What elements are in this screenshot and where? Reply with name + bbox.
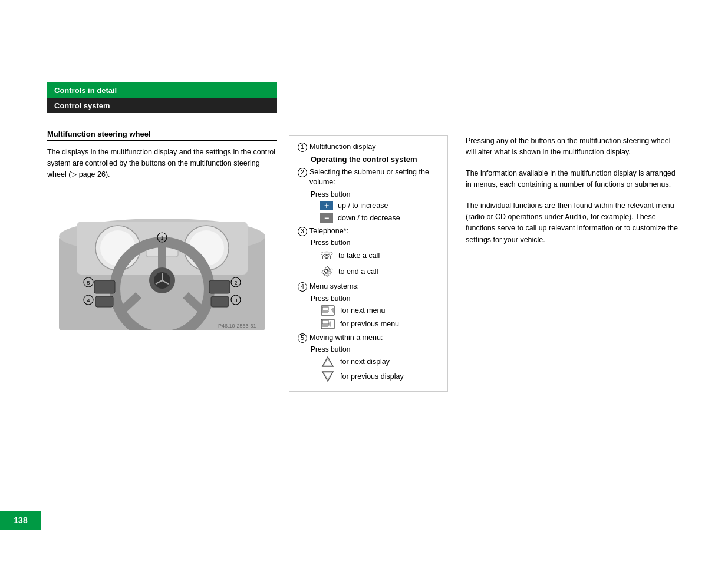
end-call-icon: ☏ bbox=[318, 262, 337, 281]
item1-sublabel: Operating the control system bbox=[298, 155, 439, 164]
take-call-icon: ☏ bbox=[320, 249, 334, 262]
circle-4: 4 bbox=[298, 282, 307, 292]
body-text-content: The displays in the multifunction displa… bbox=[47, 148, 275, 178]
next-menu-icon bbox=[320, 305, 335, 316]
item2-down-text: down / to decrease bbox=[338, 214, 400, 222]
item4-label-text: Menu systems: bbox=[309, 282, 359, 290]
svg-rect-20 bbox=[211, 296, 229, 307]
svg-text:5: 5 bbox=[87, 280, 90, 286]
item4-prev-row: for previous menu bbox=[298, 319, 439, 329]
item2-down-row: − down / to decrease bbox=[298, 213, 439, 223]
steering-wheel-svg: 1 2 3 4 5 P46.10-2553-31 bbox=[59, 189, 265, 330]
circle-5: 5 bbox=[298, 333, 307, 343]
svg-marker-44 bbox=[322, 372, 333, 381]
svg-text:P46.10-2553-31: P46.10-2553-31 bbox=[218, 323, 256, 329]
prev-display-icon bbox=[320, 371, 335, 382]
item1-sublabel-text: Operating the control system bbox=[311, 155, 417, 164]
item2-press-text: Press button bbox=[311, 190, 350, 199]
item2-up-text: up / to increase bbox=[338, 201, 388, 210]
item3-press: Press button bbox=[298, 239, 439, 247]
svg-marker-36 bbox=[331, 308, 334, 313]
header-black-label: Control system bbox=[54, 101, 110, 110]
item-4-row: 4 Menu systems: bbox=[298, 282, 439, 292]
page-number: 138 bbox=[0, 511, 41, 530]
body-text: The displays in the multifunction displa… bbox=[47, 147, 277, 180]
svg-rect-33 bbox=[322, 307, 328, 310]
item2-press: Press button bbox=[298, 190, 439, 199]
item5-press: Press button bbox=[298, 345, 439, 353]
right-para3-code: Audio bbox=[565, 213, 587, 222]
svg-text:1: 1 bbox=[160, 235, 163, 241]
item3-end-text: to end a call bbox=[338, 267, 378, 276]
section-title: Multifunction steering wheel bbox=[47, 130, 277, 141]
right-para-3: The individual functions are then found … bbox=[466, 200, 678, 246]
middle-box: 1 Multifunction display Operating the co… bbox=[289, 135, 448, 392]
item2-label-text: Selecting the submenu or setting the vol… bbox=[309, 168, 429, 187]
controls-in-detail-bar: Controls in detail bbox=[47, 82, 277, 98]
item-2-row: 2 Selecting the submenu or setting the v… bbox=[298, 167, 439, 188]
minus-icon: − bbox=[320, 213, 333, 223]
section-title-text: Multifunction steering wheel bbox=[47, 130, 151, 138]
middle-content: 1 Multifunction display Operating the co… bbox=[289, 135, 448, 392]
item2-label: Selecting the submenu or setting the vol… bbox=[309, 167, 439, 188]
circle-3: 3 bbox=[298, 227, 307, 236]
item-5-row: 5 Moving within a menu: bbox=[298, 333, 439, 343]
svg-rect-38 bbox=[322, 320, 328, 324]
item3-end-row: ☏ to end a call bbox=[298, 265, 439, 278]
svg-marker-42 bbox=[322, 357, 333, 366]
svg-rect-18 bbox=[95, 296, 113, 307]
item5-prev-text: for previous display bbox=[340, 372, 404, 381]
item3-label: Telephone*: bbox=[309, 226, 348, 237]
svg-text:3: 3 bbox=[234, 297, 237, 303]
item4-label: Menu systems: bbox=[309, 282, 359, 292]
item5-label: Moving within a menu: bbox=[309, 333, 383, 343]
right-para1-text: Pressing any of the buttons on the multi… bbox=[466, 137, 670, 156]
item-1-row: 1 Multifunction display bbox=[298, 142, 439, 153]
svg-rect-17 bbox=[94, 280, 115, 293]
next-display-icon bbox=[320, 356, 335, 368]
steering-wheel-image: 1 2 3 4 5 P46.10-2553-31 bbox=[59, 189, 265, 330]
item3-press-text: Press button bbox=[311, 239, 350, 247]
item5-press-text: Press button bbox=[311, 345, 350, 353]
item3-label-text: Telephone*: bbox=[309, 227, 348, 235]
item4-next-row: for next menu bbox=[298, 305, 439, 316]
right-para-1: Pressing any of the buttons on the multi… bbox=[466, 135, 678, 158]
item2-up-row: + up / to increase bbox=[298, 201, 439, 210]
plus-icon: + bbox=[320, 201, 333, 210]
item4-press: Press button bbox=[298, 295, 439, 303]
item-3-row: 3 Telephone*: bbox=[298, 226, 439, 237]
prev-menu-icon bbox=[320, 319, 335, 329]
left-content: Multifunction steering wheel The display… bbox=[47, 130, 277, 330]
right-para2-text: The information available in the multifu… bbox=[466, 169, 676, 189]
control-system-bar: Control system bbox=[47, 98, 277, 113]
item3-take-text: to take a call bbox=[338, 252, 380, 260]
item5-prev-row: for previous display bbox=[298, 371, 439, 382]
right-para-2: The information available in the multifu… bbox=[466, 168, 678, 191]
header-green-label: Controls in detail bbox=[54, 86, 117, 95]
right-content: Pressing any of the buttons on the multi… bbox=[466, 135, 678, 255]
circle-2: 2 bbox=[298, 168, 307, 177]
item4-prev-text: for previous menu bbox=[340, 320, 399, 328]
item4-press-text: Press button bbox=[311, 295, 350, 303]
item5-label-text: Moving within a menu: bbox=[309, 333, 383, 342]
circle-1: 1 bbox=[298, 143, 307, 152]
item3-take-row: ☏ to take a call bbox=[298, 249, 439, 262]
item4-next-text: for next menu bbox=[340, 306, 385, 315]
page-number-text: 138 bbox=[14, 515, 27, 525]
svg-rect-19 bbox=[209, 280, 230, 293]
header-section: Controls in detail Control system bbox=[47, 82, 277, 113]
item1-label: Multifunction display bbox=[309, 142, 376, 153]
item5-next-text: for next display bbox=[340, 358, 390, 366]
svg-text:4: 4 bbox=[87, 297, 90, 303]
svg-text:2: 2 bbox=[234, 280, 237, 286]
item5-next-row: for next display bbox=[298, 356, 439, 368]
